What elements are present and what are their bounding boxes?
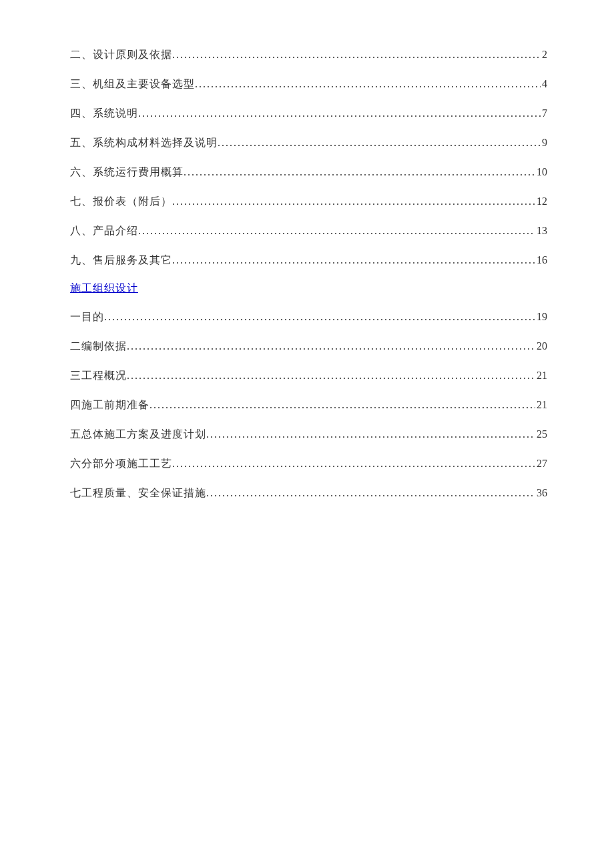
toc-dots	[206, 485, 535, 501]
toc-page: 13	[535, 223, 547, 239]
toc-page: 9	[541, 135, 547, 151]
toc-entry: 七、报价表（附后） 12	[70, 193, 547, 209]
toc-dots	[172, 456, 535, 472]
toc-container: 二、设计原则及依据 2 三、机组及主要设备选型 4 四、系统说明 7 五、系统构…	[70, 47, 547, 501]
toc-entry: 三工程概况 21	[70, 368, 547, 384]
toc-title: 七工程质量、安全保证措施	[70, 485, 206, 501]
toc-title: 四施工前期准备	[70, 397, 149, 413]
toc-title: 三工程概况	[70, 368, 127, 384]
toc-entry: 七工程质量、安全保证措施 36	[70, 485, 547, 501]
toc-entry: 四、系统说明 7	[70, 105, 547, 121]
toc-entry: 八、产品介绍 13	[70, 223, 547, 239]
section-heading-link[interactable]: 施工组织设计	[70, 282, 547, 296]
toc-title: 六、系统运行费用概算	[70, 164, 184, 180]
toc-page: 21	[535, 397, 547, 413]
toc-page: 4	[541, 76, 547, 92]
toc-part1: 二、设计原则及依据 2 三、机组及主要设备选型 4 四、系统说明 7 五、系统构…	[70, 47, 547, 268]
toc-title: 一目的	[70, 309, 104, 325]
toc-dots	[104, 309, 535, 325]
toc-page: 16	[535, 252, 547, 268]
toc-page: 2	[541, 47, 547, 63]
toc-entry: 九、售后服务及其它 16	[70, 252, 547, 268]
toc-part2: 一目的 19 二编制依据 20 三工程概况 21 四施工前期准备 21 五总体施…	[70, 309, 547, 501]
toc-title: 四、系统说明	[70, 105, 138, 121]
toc-title: 二编制依据	[70, 338, 127, 354]
section-heading-text: 施工组织设计	[70, 282, 138, 294]
toc-dots	[206, 426, 535, 442]
toc-title: 五、系统构成材料选择及说明	[70, 135, 218, 151]
toc-page: 10	[535, 164, 547, 180]
toc-page: 25	[535, 426, 547, 442]
toc-page: 21	[535, 368, 547, 384]
toc-entry: 四施工前期准备 21	[70, 397, 547, 413]
toc-dots	[149, 397, 535, 413]
toc-dots	[138, 105, 541, 121]
toc-dots	[172, 252, 535, 268]
toc-page: 7	[541, 105, 547, 121]
toc-dots	[195, 76, 541, 92]
toc-entry: 二编制依据 20	[70, 338, 547, 354]
toc-title: 三、机组及主要设备选型	[70, 76, 195, 92]
toc-page: 20	[535, 338, 547, 354]
toc-dots	[172, 193, 535, 209]
toc-title: 八、产品介绍	[70, 223, 138, 239]
toc-title: 五总体施工方案及进度计划	[70, 426, 206, 442]
toc-title: 七、报价表（附后）	[70, 193, 172, 209]
toc-entry: 二、设计原则及依据 2	[70, 47, 547, 63]
toc-dots	[138, 223, 535, 239]
toc-dots	[172, 47, 541, 63]
toc-title: 六分部分项施工工艺	[70, 456, 172, 472]
toc-dots	[184, 164, 535, 180]
toc-entry: 三、机组及主要设备选型 4	[70, 76, 547, 92]
toc-entry: 一目的 19	[70, 309, 547, 325]
toc-dots	[127, 338, 535, 354]
toc-entry: 六、系统运行费用概算 10	[70, 164, 547, 180]
toc-page: 19	[535, 309, 547, 325]
toc-page: 27	[535, 456, 547, 472]
toc-dots	[127, 368, 535, 384]
toc-title: 二、设计原则及依据	[70, 47, 172, 63]
toc-entry: 六分部分项施工工艺 27	[70, 456, 547, 472]
toc-title: 九、售后服务及其它	[70, 252, 172, 268]
toc-page: 36	[535, 485, 547, 501]
toc-entry: 五总体施工方案及进度计划 25	[70, 426, 547, 442]
toc-dots	[218, 135, 541, 151]
toc-page: 12	[535, 193, 547, 209]
toc-entry: 五、系统构成材料选择及说明 9	[70, 135, 547, 151]
